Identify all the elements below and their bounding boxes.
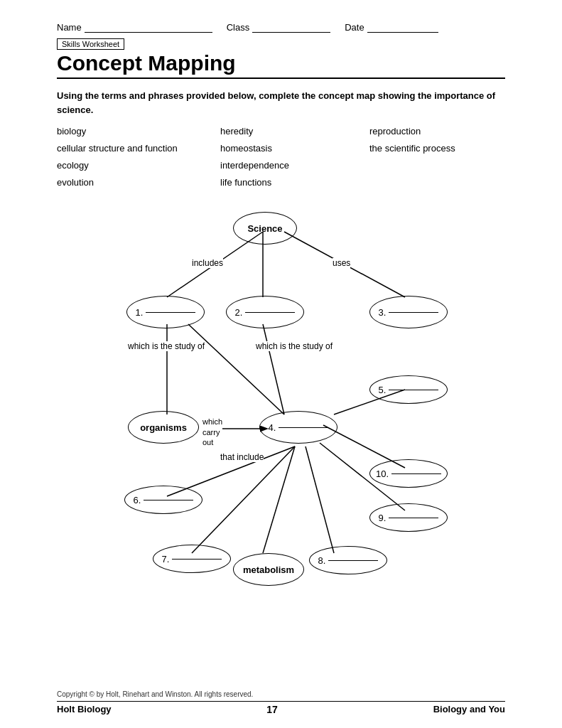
term-scientific: the scientific process [369, 141, 512, 156]
node4-blank[interactable] [279, 427, 328, 428]
date-label: Date [345, 22, 364, 33]
instructions: Using the terms and phrases provided bel… [57, 89, 505, 117]
organisms-node: organisms [128, 411, 199, 444]
node7-label: 7. [162, 554, 170, 564]
that-include-label: that include [220, 452, 264, 462]
node10-label: 10. [376, 469, 389, 479]
skills-badge: Skills Worksheet [57, 38, 124, 50]
node1-blank[interactable] [146, 312, 195, 313]
concept-map: Science includes uses 1. 2. 3. which is … [57, 205, 505, 646]
which-study-label-1: which is the study of [128, 341, 205, 351]
date-underline [367, 21, 438, 33]
term-empty2 [369, 175, 512, 191]
name-field: Name [57, 21, 212, 33]
term-heredity: heredity [220, 124, 362, 139]
node4-label: 4. [269, 422, 276, 433]
svg-line-4 [188, 324, 284, 414]
node-8[interactable]: 8. [309, 546, 387, 574]
which-carry-label: whichcarryout [202, 417, 222, 447]
node-5[interactable]: 5. [369, 375, 448, 404]
title-section: Skills Worksheet Concept Mapping [57, 38, 505, 79]
svg-line-5 [263, 324, 284, 414]
science-node: Science [233, 212, 297, 245]
class-field: Class [227, 21, 331, 33]
node9-label: 9. [379, 513, 387, 523]
which-study-label-2: which is the study of [256, 341, 333, 351]
term-life-functions: life functions [220, 175, 362, 191]
node-7[interactable]: 7. [153, 545, 231, 573]
instructions-text: Using the terms and phrases provided bel… [57, 90, 495, 115]
node7-blank[interactable] [172, 559, 222, 560]
name-label: Name [57, 22, 82, 33]
metabolism-node: metabolism [233, 553, 304, 586]
copyright-text: Copyright © by Holt, Rinehart and Winsto… [57, 690, 505, 698]
node-4[interactable]: 4. [259, 411, 337, 444]
term-biology: biology [57, 124, 213, 139]
node-2[interactable]: 2. [226, 296, 304, 328]
term-ecology: ecology [57, 158, 213, 173]
name-underline [85, 21, 212, 33]
term-evolution: evolution [57, 175, 213, 191]
page-title: Concept Mapping [57, 51, 505, 75]
node-3[interactable]: 3. [369, 296, 448, 328]
term-homeostasis: homeostasis [220, 141, 362, 156]
node2-label: 2. [235, 307, 243, 318]
node-6[interactable]: 6. [124, 486, 202, 514]
node3-label: 3. [379, 307, 387, 318]
node9-blank[interactable] [389, 518, 438, 518]
svg-line-11 [306, 446, 334, 553]
svg-line-10 [263, 446, 295, 553]
node-9[interactable]: 9. [369, 503, 448, 532]
footer-right: Biology and You [433, 704, 505, 715]
node3-blank[interactable] [389, 312, 438, 313]
node10-blank[interactable] [391, 473, 441, 474]
header: Name Class Date [57, 21, 505, 33]
class-label: Class [227, 22, 250, 33]
includes-label: includes [192, 258, 223, 268]
footer-bottom: Holt Biology 17 Biology and You [57, 701, 505, 715]
footer-page: 17 [266, 704, 278, 715]
svg-line-9 [192, 446, 295, 553]
node-10[interactable]: 10. [369, 459, 448, 488]
term-reproduction: reproduction [369, 124, 512, 139]
node8-blank[interactable] [328, 560, 378, 561]
node5-blank[interactable] [389, 390, 438, 390]
node6-blank[interactable] [144, 500, 193, 500]
footer-left: Holt Biology [57, 704, 112, 715]
node2-blank[interactable] [245, 312, 295, 313]
term-interdependence: interdependence [220, 158, 362, 173]
term-cellular: cellular structure and function [57, 141, 213, 156]
footer: Copyright © by Holt, Rinehart and Winsto… [57, 690, 505, 715]
uses-label: uses [333, 258, 350, 268]
node5-label: 5. [379, 385, 387, 395]
node8-label: 8. [318, 555, 326, 566]
node1-label: 1. [136, 307, 144, 318]
term-empty1 [369, 158, 512, 173]
class-underline [252, 21, 330, 33]
date-field: Date [345, 21, 438, 33]
node-1[interactable]: 1. [126, 296, 205, 328]
node6-label: 6. [134, 495, 141, 505]
terms-grid: biology heredity reproduction cellular s… [57, 124, 505, 191]
